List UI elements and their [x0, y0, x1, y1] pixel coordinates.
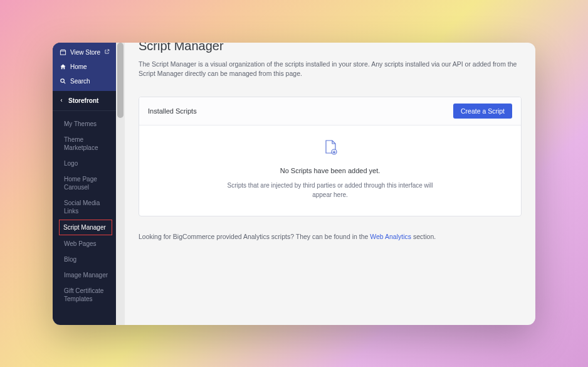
svg-rect-0 [60, 51, 65, 55]
sidebar-item-blog[interactable]: Blog [53, 252, 116, 267]
footer-prefix: Looking for BigCommerce provided Analyti… [139, 233, 370, 240]
svg-line-2 [63, 82, 65, 83]
search-label: Search [70, 78, 90, 85]
view-store-link[interactable]: View Store [53, 45, 116, 60]
document-icon [323, 139, 338, 158]
storefront-section-header[interactable]: Storefront [53, 91, 116, 111]
sidebar-item-my-themes[interactable]: My Themes [53, 116, 116, 132]
footer-suffix: section. [411, 233, 436, 240]
store-icon [59, 49, 66, 56]
sidebar-item-web-pages[interactable]: Web Pages [53, 236, 116, 252]
sidebar-item-gift-certificate-templates[interactable]: Gift Certificate Templates [53, 283, 116, 307]
sidebar-item-script-manager[interactable]: Script Manager [59, 220, 112, 235]
home-icon [59, 63, 66, 70]
scrollbar-track[interactable] [116, 43, 125, 325]
external-link-icon [104, 49, 110, 56]
app-window: View Store Home Search [53, 43, 535, 325]
sidebar-item-theme-marketplace[interactable]: Theme Marketplace [53, 132, 116, 156]
search-link[interactable]: Search [53, 74, 116, 88]
sidebar-item-home-page-carousel[interactable]: Home Page Carousel [53, 171, 116, 195]
scrollbar-thumb[interactable] [117, 43, 123, 118]
home-label: Home [70, 63, 87, 70]
chevron-left-icon [59, 98, 65, 103]
sidebar-top-section: View Store Home Search [53, 43, 116, 91]
installed-scripts-card: Installed Scripts Create a Script No Scr… [139, 97, 522, 216]
view-store-label: View Store [70, 49, 100, 56]
home-link[interactable]: Home [53, 60, 116, 74]
svg-point-1 [60, 78, 64, 82]
card-header: Installed Scripts Create a Script [139, 97, 521, 125]
sidebar: View Store Home Search [53, 43, 116, 325]
create-script-button[interactable]: Create a Script [453, 104, 512, 119]
page-description: The Script Manager is a visual organizat… [139, 60, 522, 80]
sidebar-item-logo[interactable]: Logo [53, 156, 116, 171]
card-header-title: Installed Scripts [148, 107, 197, 115]
sidebar-item-image-manager[interactable]: Image Manager [53, 267, 116, 283]
search-icon [59, 78, 66, 85]
sidebar-menu: My Themes Theme Marketplace Logo Home Pa… [53, 111, 116, 312]
empty-state-description: Scripts that are injected by third parti… [224, 181, 437, 199]
sidebar-item-social-media-links[interactable]: Social Media Links [53, 195, 116, 219]
main-content: Script Manager The Script Manager is a v… [125, 43, 535, 325]
web-analytics-link[interactable]: Web Analytics [370, 233, 411, 240]
empty-state-title: No Scripts have been added yet. [152, 167, 508, 174]
page-title: Script Manager [139, 43, 522, 53]
footer-help-text: Looking for BigCommerce provided Analyti… [139, 233, 522, 240]
section-header-label: Storefront [68, 97, 98, 104]
card-body: No Scripts have been added yet. Scripts … [139, 125, 521, 216]
